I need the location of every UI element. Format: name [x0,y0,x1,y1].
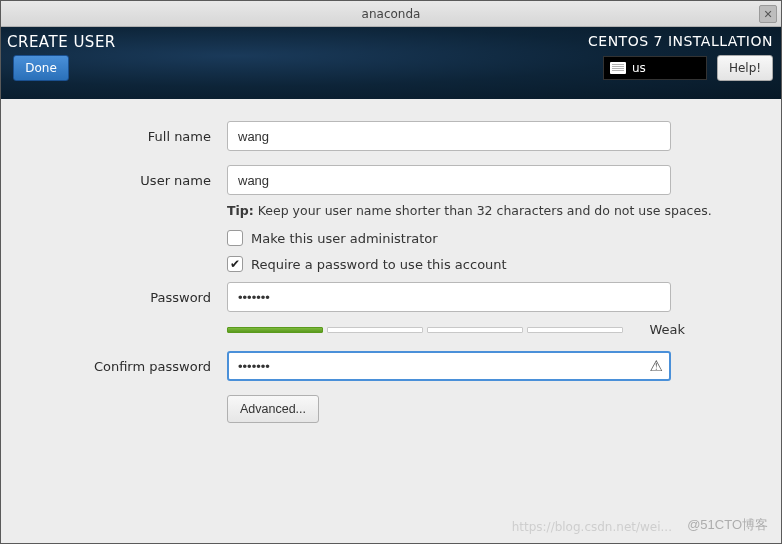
page-title: CREATE USER [5,33,116,51]
watermark: @51CTO博客 [687,516,768,534]
keyboard-icon [610,62,626,74]
fullname-label: Full name [41,129,227,144]
username-tip: Tip: Keep your user name shorter than 32… [227,203,741,218]
help-button[interactable]: Help! [717,55,773,81]
tip-prefix: Tip: [227,203,254,218]
username-row: User name [41,165,741,195]
strength-segment-3 [427,327,523,333]
username-input[interactable] [227,165,671,195]
close-icon[interactable]: ✕ [759,5,777,23]
header-controls: us Help! [603,55,773,81]
titlebar: anaconda ✕ [1,1,781,27]
header-bar: CREATE USER Done CENTOS 7 INSTALLATION u… [1,27,781,99]
tip-text: Keep your user name shorter than 32 char… [254,203,712,218]
warning-icon: ⚠ [650,357,663,375]
admin-checkbox[interactable] [227,230,243,246]
form-area: Full name User name Tip: Keep your user … [1,99,781,543]
install-title: CENTOS 7 INSTALLATION [588,33,773,49]
strength-segment-4 [527,327,623,333]
installer-window: anaconda ✕ CREATE USER Done CENTOS 7 INS… [0,0,782,544]
window-title: anaconda [362,7,421,21]
confirm-label: Confirm password [41,359,227,374]
password-row: Password [41,282,741,312]
header-left: CREATE USER Done [5,33,116,81]
advanced-button[interactable]: Advanced... [227,395,319,423]
password-strength-row: Weak [227,322,741,337]
require-pw-row: Require a password to use this account [227,256,741,272]
require-password-label: Require a password to use this account [251,257,507,272]
watermark-secondary: https://blog.csdn.net/wei... [512,520,672,534]
keyboard-layout-label: us [632,61,646,75]
strength-segment-2 [327,327,423,333]
keyboard-layout-indicator[interactable]: us [603,56,707,80]
username-label: User name [41,173,227,188]
done-button[interactable]: Done [13,55,69,81]
header-right: CENTOS 7 INSTALLATION us Help! [588,33,773,81]
password-label: Password [41,290,227,305]
admin-check-row: Make this user administrator [227,230,741,246]
fullname-row: Full name [41,121,741,151]
fullname-input[interactable] [227,121,671,151]
confirm-password-input[interactable] [227,351,671,381]
require-password-checkbox[interactable] [227,256,243,272]
confirm-row: Confirm password ⚠ [41,351,741,381]
password-input[interactable] [227,282,671,312]
password-strength-bar [227,327,623,333]
admin-checkbox-label: Make this user administrator [251,231,438,246]
strength-label: Weak [649,322,741,337]
strength-segment-1 [227,327,323,333]
